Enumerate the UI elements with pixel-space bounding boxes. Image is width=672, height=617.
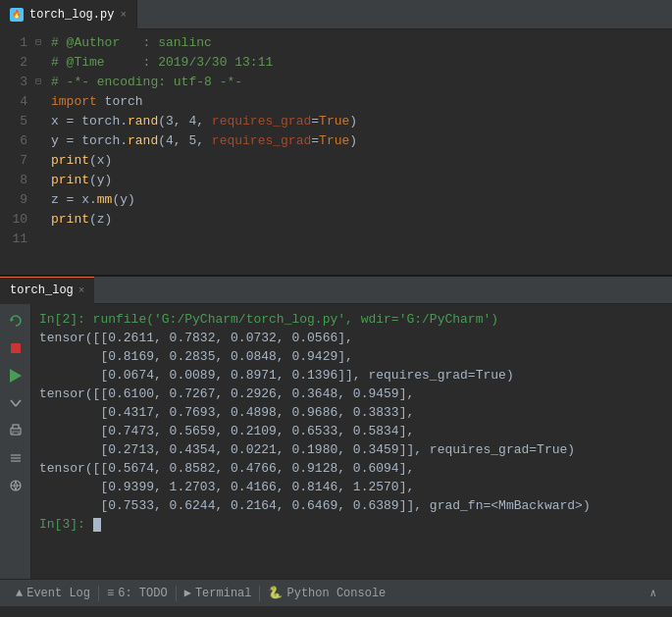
svg-rect-7 bbox=[13, 432, 19, 435]
tab-torch-log[interactable]: 🔥 torch_log.py × bbox=[0, 0, 137, 29]
tab-filename: torch_log.py bbox=[29, 8, 114, 22]
console-line-12: In[3]: bbox=[39, 515, 664, 534]
status-bar: ▲ Event Log ≡ 6: TODO ▶ Terminal 🐍 Pytho… bbox=[0, 579, 672, 606]
fold-icon-9 bbox=[35, 190, 51, 210]
code-line-5: x = torch.rand(3, 4, requires_grad=True) bbox=[35, 112, 672, 131]
console-line-11: [0.7533, 0.6244, 0.2164, 0.6469, 0.6389]… bbox=[39, 496, 664, 515]
console-line-10: [0.9399, 1.2703, 0.4166, 0.8146, 1.2570]… bbox=[39, 478, 664, 496]
fold-icon-7 bbox=[35, 151, 51, 171]
console-line-4: [0.0674, 0.0089, 0.8971, 0.1396]], requi… bbox=[39, 366, 664, 385]
line-num-6: 6 bbox=[4, 131, 27, 151]
fold-icon-3: ⊟ bbox=[35, 73, 51, 92]
console-line-3: [0.8169, 0.2835, 0.0848, 0.9429], bbox=[39, 347, 664, 366]
code-text-area[interactable]: ⊟ # @Author : sanlinc # @Time : 2019/3/3… bbox=[35, 29, 672, 275]
code-line-8: print(y) bbox=[35, 171, 672, 190]
code-comment-1: # @Author : sanlinc bbox=[51, 33, 212, 53]
rerun-button[interactable] bbox=[3, 308, 28, 334]
terminal-icon: ▶ bbox=[184, 586, 191, 600]
expand-button[interactable]: ∧ bbox=[642, 580, 664, 607]
code-editor: 1 2 3 4 5 6 7 8 9 10 11 ⊟ # @Author : sa… bbox=[0, 29, 672, 275]
scroll-down-button[interactable] bbox=[3, 390, 28, 416]
code-line-11 bbox=[35, 230, 672, 249]
console-tab-name: torch_log bbox=[10, 283, 74, 297]
tab-close-button[interactable]: × bbox=[120, 9, 127, 21]
console-line-2: tensor([[0.2611, 0.7832, 0.0732, 0.0566]… bbox=[39, 329, 664, 347]
code-line-10: print(z) bbox=[35, 210, 672, 230]
fold-icon-5 bbox=[35, 112, 51, 131]
svg-rect-6 bbox=[13, 425, 19, 429]
fold-icon-10 bbox=[35, 210, 51, 230]
line-num-10: 10 bbox=[4, 210, 27, 230]
console-line-8: [0.2713, 0.4354, 0.0221, 0.1980, 0.3459]… bbox=[39, 440, 664, 459]
console-toolbar bbox=[0, 304, 31, 579]
console-tab-torch-log[interactable]: torch_log × bbox=[0, 277, 94, 304]
fold-icon-6 bbox=[35, 131, 51, 151]
event-log-label: Event Log bbox=[26, 587, 90, 600]
settings-button[interactable] bbox=[3, 445, 28, 471]
line-num-3: 3 bbox=[4, 73, 27, 92]
python-console-label: Python Console bbox=[286, 587, 386, 600]
fold-icon-4 bbox=[35, 92, 51, 112]
status-event-log[interactable]: ▲ Event Log bbox=[8, 580, 98, 607]
console-line-6: [0.4317, 0.7693, 0.4898, 0.9686, 0.3833]… bbox=[39, 403, 664, 422]
line-num-5: 5 bbox=[4, 112, 27, 131]
expand-icon: ∧ bbox=[649, 587, 656, 599]
svg-line-4 bbox=[16, 400, 21, 406]
code-line-2: # @Time : 2019/3/30 13:11 bbox=[35, 53, 672, 73]
line-numbers-gutter: 1 2 3 4 5 6 7 8 9 10 11 bbox=[0, 29, 35, 275]
code-line-3: ⊟ # -*- encoding: utf-8 -*- bbox=[35, 73, 672, 92]
line-num-2: 2 bbox=[4, 53, 27, 73]
code-line-9: z = x.mm(y) bbox=[35, 190, 672, 210]
print-button[interactable] bbox=[3, 418, 28, 443]
console-line-7: [0.7473, 0.5659, 0.2109, 0.6533, 0.5834]… bbox=[39, 422, 664, 440]
code-line-7: print(x) bbox=[35, 151, 672, 171]
status-todo[interactable]: ≡ 6: TODO bbox=[99, 580, 176, 607]
code-comment-3: # -*- encoding: utf-8 -*- bbox=[51, 73, 242, 92]
todo-icon: ≡ bbox=[107, 587, 114, 600]
code-line-4: import torch bbox=[35, 92, 672, 112]
fold-icon-8 bbox=[35, 171, 51, 190]
svg-marker-2 bbox=[10, 369, 22, 383]
line-num-9: 9 bbox=[4, 190, 27, 210]
run-button[interactable] bbox=[3, 363, 28, 388]
console-line-5: tensor([[0.6100, 0.7267, 0.2926, 0.3648,… bbox=[39, 385, 664, 403]
module-torch: torch bbox=[105, 92, 143, 112]
event-log-icon: ▲ bbox=[16, 587, 23, 600]
stop-button[interactable] bbox=[3, 335, 28, 361]
console-output-area[interactable]: In[2]: runfile('G:/PyCharm/torch_log.py'… bbox=[31, 304, 672, 579]
line-num-8: 8 bbox=[4, 171, 27, 190]
variable-explorer-button[interactable] bbox=[3, 473, 28, 498]
cursor bbox=[93, 518, 101, 532]
console-line-9: tensor([[0.5674, 0.8582, 0.4766, 0.9128,… bbox=[39, 459, 664, 478]
line-num-1: 1 bbox=[4, 33, 27, 53]
svg-rect-1 bbox=[11, 343, 21, 353]
keyword-import: import bbox=[51, 92, 105, 112]
fold-icon-2 bbox=[35, 53, 51, 73]
code-line-6: y = torch.rand(4, 5, requires_grad=True) bbox=[35, 131, 672, 151]
todo-label: 6: TODO bbox=[118, 587, 167, 600]
console-line-1: In[2]: runfile('G:/PyCharm/torch_log.py'… bbox=[39, 310, 664, 329]
code-comment-2: # @Time : 2019/3/30 13:11 bbox=[51, 53, 273, 73]
terminal-label: Terminal bbox=[195, 587, 252, 600]
code-line-1: ⊟ # @Author : sanlinc bbox=[35, 33, 672, 53]
python-console-icon: 🐍 bbox=[268, 586, 283, 600]
console-content-area: In[2]: runfile('G:/PyCharm/torch_log.py'… bbox=[0, 304, 672, 579]
fold-icon-1: ⊟ bbox=[35, 33, 51, 53]
line-num-4: 4 bbox=[4, 92, 27, 112]
console-panel: torch_log × bbox=[0, 275, 672, 579]
svg-line-3 bbox=[11, 400, 16, 406]
status-python-console[interactable]: 🐍 Python Console bbox=[260, 580, 393, 607]
console-tab-bar: torch_log × bbox=[0, 277, 672, 304]
fold-icon-11 bbox=[35, 230, 51, 249]
line-num-7: 7 bbox=[4, 151, 27, 171]
editor-tab-bar: 🔥 torch_log.py × bbox=[0, 0, 672, 29]
line-num-11: 11 bbox=[4, 230, 27, 249]
python-file-icon: 🔥 bbox=[10, 8, 24, 22]
console-tab-close[interactable]: × bbox=[78, 284, 85, 296]
svg-marker-0 bbox=[11, 318, 14, 322]
status-terminal[interactable]: ▶ Terminal bbox=[177, 580, 260, 607]
